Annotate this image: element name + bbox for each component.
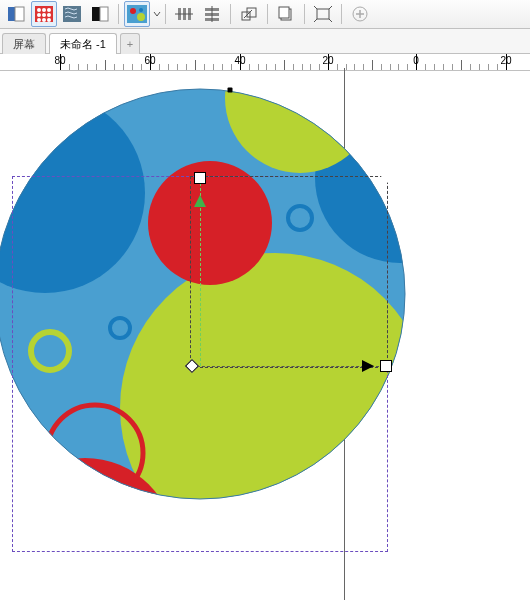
add-button[interactable]: [347, 1, 373, 27]
ruler-label: 20: [500, 55, 511, 66]
svg-rect-15: [127, 5, 147, 23]
svg-point-43: [419, 329, 457, 367]
svg-rect-1: [15, 7, 24, 21]
svg-rect-30: [279, 7, 289, 18]
svg-rect-13: [92, 7, 100, 21]
svg-point-37: [120, 253, 430, 563]
copy-props-button[interactable]: [273, 1, 299, 27]
svg-point-5: [47, 8, 51, 12]
svg-point-16: [130, 8, 136, 14]
fill-left-button[interactable]: [3, 1, 29, 27]
transform-button[interactable]: [310, 1, 336, 27]
svg-rect-14: [100, 7, 108, 21]
toolbar-separator: [304, 4, 305, 24]
ruler-label: 60: [144, 55, 155, 66]
toolbar-separator: [230, 4, 231, 24]
tab-document-1[interactable]: 未命名 -1: [49, 33, 117, 54]
handle-top[interactable]: [194, 172, 206, 184]
handle-corner-dot[interactable]: [381, 173, 391, 183]
toolbar-separator: [341, 4, 342, 24]
ruler-label: 20: [322, 55, 333, 66]
distribute-v-button[interactable]: [199, 1, 225, 27]
arrow-right-icon: [362, 360, 374, 372]
svg-point-3: [37, 8, 41, 12]
canvas-area[interactable]: [0, 68, 530, 600]
svg-point-36: [315, 93, 485, 263]
shape-origin-marker[interactable]: [228, 88, 233, 93]
texture-button[interactable]: [59, 1, 85, 27]
transform-axis-h: [192, 366, 384, 367]
svg-point-11: [47, 18, 51, 22]
svg-point-9: [37, 18, 41, 22]
arrow-up-icon: [194, 195, 206, 207]
ruler-label: 80: [54, 55, 65, 66]
toolbar-separator: [267, 4, 268, 24]
property-toolbar: [0, 0, 530, 29]
svg-rect-31: [317, 9, 329, 19]
handle-right[interactable]: [380, 360, 392, 372]
svg-point-4: [42, 8, 46, 12]
svg-point-18: [139, 8, 143, 12]
two-color-button[interactable]: [87, 1, 113, 27]
dropdown-chevron-icon[interactable]: [153, 6, 161, 22]
svg-point-7: [42, 13, 46, 17]
svg-rect-0: [8, 7, 15, 21]
pattern-bubbles-button[interactable]: [124, 1, 150, 27]
document-tabstrip: 屏幕 未命名 -1 +: [0, 29, 530, 54]
scale-button[interactable]: [236, 1, 262, 27]
svg-point-6: [37, 13, 41, 17]
svg-point-10: [42, 18, 46, 22]
distribute-h-button[interactable]: [171, 1, 197, 27]
ruler-label: 0: [413, 55, 419, 66]
toolbar-separator: [118, 4, 119, 24]
drawing-canvas[interactable]: [0, 68, 530, 600]
ruler-label: 40: [234, 55, 245, 66]
toolbar-separator: [165, 4, 166, 24]
svg-point-17: [137, 13, 145, 21]
svg-point-39: [148, 161, 272, 285]
tab-screen[interactable]: 屏幕: [2, 33, 46, 54]
tab-add[interactable]: +: [120, 33, 140, 54]
pattern-grid-button[interactable]: [31, 1, 57, 27]
svg-point-8: [47, 13, 51, 17]
